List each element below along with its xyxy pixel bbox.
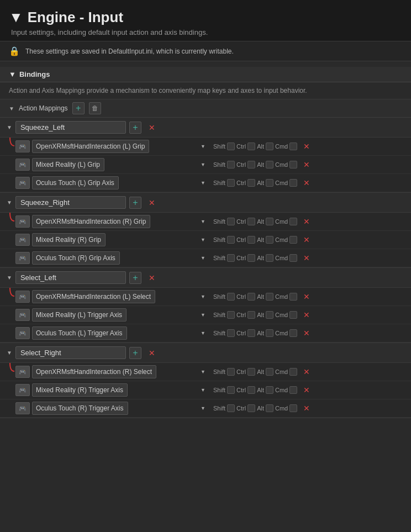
add-binding-button-3[interactable]: +	[129, 347, 141, 359]
delete-binding-button-0-2[interactable]: ✕	[302, 178, 312, 187]
binding-dropdown-wrapper-1-2: Oculus Touch (R) Grip Axis▼	[32, 251, 209, 265]
modifier-check-alt[interactable]	[266, 368, 273, 376]
modifier-label-alt: Alt	[257, 387, 264, 393]
modifier-check-shift[interactable]	[227, 386, 235, 394]
delete-group-button-1[interactable]: ✕	[147, 198, 157, 207]
modifier-check-shift[interactable]	[227, 254, 235, 262]
modifier-check-cmd[interactable]	[289, 143, 297, 150]
action-name-input-3[interactable]	[15, 346, 126, 359]
dropdown-arrow-icon: ▼	[201, 369, 205, 375]
delete-group-button-3[interactable]: ✕	[147, 349, 157, 357]
binding-select-0-0[interactable]: OpenXRMsftHandInteraction (L) Grip	[32, 140, 149, 153]
modifier-check-alt[interactable]	[266, 254, 273, 262]
modifier-check-ctrl[interactable]	[247, 386, 255, 394]
add-action-mapping-button[interactable]: +	[72, 102, 85, 114]
modifier-check-ctrl[interactable]	[247, 218, 255, 225]
modifier-check-ctrl[interactable]	[247, 143, 255, 150]
modifier-label-cmd: Cmd	[275, 387, 288, 393]
delete-group-button-0[interactable]: ✕	[147, 123, 157, 132]
add-binding-button-0[interactable]: +	[129, 122, 141, 134]
modifier-check-cmd[interactable]	[289, 236, 297, 244]
modifier-check-ctrl[interactable]	[247, 311, 255, 319]
modifier-check-shift[interactable]	[227, 293, 235, 301]
delete-binding-button-1-0[interactable]: ✕	[302, 217, 312, 226]
binding-select-1-0[interactable]: OpenXRMsftHandInteraction (R) Grip	[32, 215, 150, 228]
modifier-check-cmd[interactable]	[289, 179, 297, 187]
binding-select-3-1[interactable]: Mixed Reality (R) Trigger Axis	[32, 383, 128, 397]
modifier-check-alt[interactable]	[266, 143, 273, 150]
modifier-check-ctrl[interactable]	[247, 161, 255, 168]
modifier-check-cmd[interactable]	[289, 161, 297, 168]
modifier-check-alt[interactable]	[266, 386, 273, 394]
action-name-input-0[interactable]	[15, 121, 126, 134]
action-name-input-2[interactable]	[15, 271, 126, 284]
delete-binding-button-0-1[interactable]: ✕	[302, 160, 312, 169]
delete-action-mapping-button[interactable]: 🗑	[89, 102, 101, 114]
delete-group-button-2[interactable]: ✕	[147, 273, 157, 282]
binding-row-1-2: 🎮Oculus Touch (R) Grip Axis▼ShiftCtrlAlt…	[0, 249, 411, 267]
delete-binding-button-0-0[interactable]: ✕	[302, 142, 312, 151]
delete-binding-button-2-0[interactable]: ✕	[302, 292, 312, 301]
modifier-check-ctrl[interactable]	[247, 329, 255, 337]
modifier-check-ctrl[interactable]	[247, 293, 255, 301]
gamepad-icon: 🎮	[15, 177, 30, 189]
binding-select-2-0[interactable]: OpenXRMsftHandInteraction (L) Select	[32, 290, 155, 303]
modifier-check-alt[interactable]	[266, 236, 273, 244]
section-desc: Action and Axis Mappings provide a mecha…	[0, 82, 411, 99]
delete-binding-button-2-1[interactable]: ✕	[302, 310, 312, 319]
add-binding-button-2[interactable]: +	[129, 272, 141, 284]
binding-select-1-1[interactable]: Mixed Reality (R) Grip	[32, 233, 106, 246]
modifier-check-cmd[interactable]	[289, 254, 297, 262]
modifier-check-shift[interactable]	[227, 236, 235, 244]
modifier-check-shift[interactable]	[227, 161, 235, 168]
bindings-section: ▼ Bindings Action and Axis Mappings prov…	[0, 61, 411, 424]
modifier-check-alt[interactable]	[266, 179, 273, 187]
add-binding-button-1[interactable]: +	[129, 197, 141, 209]
binding-select-0-1[interactable]: Mixed Reality (L) Grip	[32, 158, 104, 171]
modifier-check-alt[interactable]	[266, 161, 273, 168]
modifier-check-cmd[interactable]	[289, 329, 297, 337]
modifier-check-shift[interactable]	[227, 368, 235, 376]
binding-select-3-0[interactable]: OpenXRMsftHandInteraction (R) Select	[32, 365, 156, 378]
binding-select-1-2[interactable]: Oculus Touch (R) Grip Axis	[32, 251, 120, 265]
modifier-label-shift: Shift	[213, 143, 225, 150]
modifier-check-ctrl[interactable]	[247, 254, 255, 262]
action-group-squeeze_right: ▼+✕🎮OpenXRMsftHandInteraction (R) Grip▼S…	[0, 193, 411, 268]
modifier-check-ctrl[interactable]	[247, 179, 255, 187]
modifier-check-shift[interactable]	[227, 179, 235, 187]
modifier-check-cmd[interactable]	[289, 368, 297, 376]
modifier-check-ctrl[interactable]	[247, 404, 255, 412]
modifier-check-shift[interactable]	[227, 143, 235, 150]
binding-select-2-2[interactable]: Oculus Touch (L) Trigger Axis	[32, 326, 127, 340]
modifier-label-cmd: Cmd	[275, 405, 288, 412]
delete-binding-button-2-2[interactable]: ✕	[302, 329, 312, 338]
curve-indicator-icon	[4, 138, 15, 154]
modifier-check-cmd[interactable]	[289, 311, 297, 319]
modifier-check-cmd[interactable]	[289, 218, 297, 225]
modifier-check-shift[interactable]	[227, 311, 235, 319]
modifier-check-alt[interactable]	[266, 404, 273, 412]
delete-binding-button-1-1[interactable]: ✕	[302, 235, 312, 244]
modifier-check-cmd[interactable]	[289, 404, 297, 412]
modifier-check-ctrl[interactable]	[247, 368, 255, 376]
delete-binding-button-3-2[interactable]: ✕	[302, 404, 312, 413]
modifier-check-alt[interactable]	[266, 311, 273, 319]
modifier-check-shift[interactable]	[227, 404, 235, 412]
modifier-check-alt[interactable]	[266, 218, 273, 225]
modifier-check-shift[interactable]	[227, 218, 235, 225]
modifier-check-alt[interactable]	[266, 329, 273, 337]
binding-select-3-2[interactable]: Oculus Touch (R) Trigger Axis	[32, 402, 128, 415]
binding-row-2-1: 🎮Mixed Reality (L) Trigger Axis▼ShiftCtr…	[0, 306, 411, 324]
gamepad-icon: 🎮	[15, 159, 30, 171]
action-name-input-1[interactable]	[15, 196, 126, 209]
modifier-check-cmd[interactable]	[289, 293, 297, 301]
binding-select-2-1[interactable]: Mixed Reality (L) Trigger Axis	[32, 308, 127, 322]
modifier-check-shift[interactable]	[227, 329, 235, 337]
delete-binding-button-3-0[interactable]: ✕	[302, 367, 312, 376]
modifier-check-alt[interactable]	[266, 293, 273, 301]
modifier-check-cmd[interactable]	[289, 386, 297, 394]
modifier-check-ctrl[interactable]	[247, 236, 255, 244]
delete-binding-button-3-1[interactable]: ✕	[302, 386, 312, 394]
binding-select-0-2[interactable]: Oculus Touch (L) Grip Axis	[32, 176, 119, 189]
delete-binding-button-1-2[interactable]: ✕	[302, 254, 312, 262]
